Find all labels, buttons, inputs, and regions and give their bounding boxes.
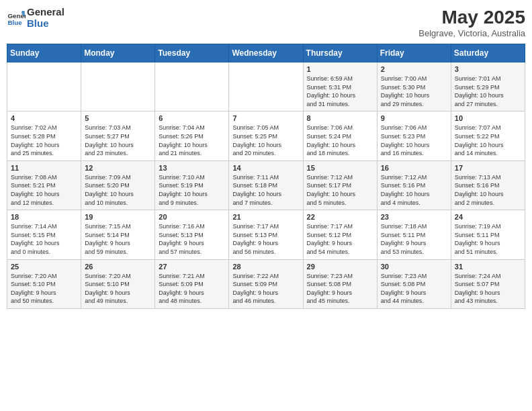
day-info: Sunrise: 7:23 AM Sunset: 5:08 PM Dayligh…: [307, 272, 373, 306]
day-cell: 13Sunrise: 7:10 AM Sunset: 5:19 PM Dayli…: [155, 161, 229, 210]
day-info: Sunrise: 7:02 AM Sunset: 5:28 PM Dayligh…: [11, 124, 77, 157]
day-number: 28: [232, 263, 299, 271]
day-cell: 7Sunrise: 7:05 AM Sunset: 5:25 PM Daylig…: [229, 111, 303, 161]
day-cell: 14Sunrise: 7:11 AM Sunset: 5:18 PM Dayli…: [229, 161, 303, 210]
day-info: Sunrise: 7:07 AM Sunset: 5:22 PM Dayligh…: [455, 124, 521, 157]
weekday-friday: Friday: [377, 44, 451, 62]
day-number: 29: [307, 263, 373, 271]
day-cell: 8Sunrise: 7:06 AM Sunset: 5:24 PM Daylig…: [303, 111, 377, 161]
day-cell: 21Sunrise: 7:17 AM Sunset: 5:13 PM Dayli…: [229, 210, 303, 259]
day-number: 15: [307, 164, 373, 172]
day-number: 11: [11, 164, 77, 172]
day-info: Sunrise: 6:59 AM Sunset: 5:31 PM Dayligh…: [307, 75, 373, 108]
day-cell: 17Sunrise: 7:13 AM Sunset: 5:16 PM Dayli…: [451, 161, 525, 210]
day-number: 20: [159, 213, 225, 221]
day-number: 12: [85, 164, 151, 172]
weekday-sunday: Sunday: [7, 44, 81, 62]
day-info: Sunrise: 7:17 AM Sunset: 5:13 PM Dayligh…: [232, 222, 299, 256]
day-number: 26: [85, 263, 151, 271]
week-row-3: 11Sunrise: 7:08 AM Sunset: 5:21 PM Dayli…: [7, 161, 525, 210]
logo-blue: Blue: [27, 18, 64, 30]
day-info: Sunrise: 7:11 AM Sunset: 5:18 PM Dayligh…: [232, 173, 299, 207]
day-number: 5: [85, 114, 151, 122]
day-cell: 1Sunrise: 6:59 AM Sunset: 5:31 PM Daylig…: [303, 62, 377, 111]
day-number: 13: [159, 164, 225, 172]
day-number: 30: [381, 263, 447, 271]
day-number: 2: [381, 65, 447, 73]
week-row-1: 1Sunrise: 6:59 AM Sunset: 5:31 PM Daylig…: [7, 62, 525, 111]
day-info: Sunrise: 7:05 AM Sunset: 5:25 PM Dayligh…: [232, 124, 299, 157]
day-cell: [7, 62, 81, 111]
day-cell: 25Sunrise: 7:20 AM Sunset: 5:10 PM Dayli…: [7, 259, 81, 308]
weekday-header-row: SundayMondayTuesdayWednesdayThursdayFrid…: [7, 44, 525, 62]
day-number: 4: [11, 114, 77, 122]
day-info: Sunrise: 7:24 AM Sunset: 5:07 PM Dayligh…: [455, 272, 521, 306]
day-info: Sunrise: 7:04 AM Sunset: 5:26 PM Dayligh…: [159, 124, 225, 157]
weekday-thursday: Thursday: [303, 44, 377, 62]
day-number: 19: [85, 213, 151, 221]
day-info: Sunrise: 7:14 AM Sunset: 5:15 PM Dayligh…: [11, 222, 77, 256]
day-info: Sunrise: 7:21 AM Sunset: 5:09 PM Dayligh…: [159, 272, 225, 306]
day-info: Sunrise: 7:15 AM Sunset: 5:14 PM Dayligh…: [85, 222, 151, 256]
day-cell: 23Sunrise: 7:18 AM Sunset: 5:11 PM Dayli…: [377, 210, 451, 259]
day-cell: 11Sunrise: 7:08 AM Sunset: 5:21 PM Dayli…: [7, 161, 81, 210]
day-number: 9: [381, 114, 447, 122]
day-number: 27: [159, 263, 225, 271]
day-info: Sunrise: 7:17 AM Sunset: 5:12 PM Dayligh…: [307, 222, 373, 256]
week-row-2: 4Sunrise: 7:02 AM Sunset: 5:28 PM Daylig…: [7, 111, 525, 161]
day-info: Sunrise: 7:22 AM Sunset: 5:09 PM Dayligh…: [232, 272, 299, 306]
day-cell: 30Sunrise: 7:23 AM Sunset: 5:08 PM Dayli…: [377, 259, 451, 308]
day-info: Sunrise: 7:09 AM Sunset: 5:20 PM Dayligh…: [85, 173, 151, 207]
day-info: Sunrise: 7:23 AM Sunset: 5:08 PM Dayligh…: [381, 272, 447, 306]
weekday-wednesday: Wednesday: [229, 44, 303, 62]
day-info: Sunrise: 7:20 AM Sunset: 5:10 PM Dayligh…: [11, 272, 77, 306]
week-row-4: 18Sunrise: 7:14 AM Sunset: 5:15 PM Dayli…: [7, 210, 525, 259]
logo-general: General: [27, 7, 64, 18]
weekday-monday: Monday: [81, 44, 155, 62]
day-info: Sunrise: 7:03 AM Sunset: 5:27 PM Dayligh…: [85, 124, 151, 157]
day-info: Sunrise: 7:13 AM Sunset: 5:16 PM Dayligh…: [455, 173, 521, 207]
day-info: Sunrise: 7:18 AM Sunset: 5:11 PM Dayligh…: [381, 222, 447, 256]
day-info: Sunrise: 7:06 AM Sunset: 5:23 PM Dayligh…: [381, 124, 447, 157]
day-info: Sunrise: 7:12 AM Sunset: 5:16 PM Dayligh…: [381, 173, 447, 207]
day-cell: 31Sunrise: 7:24 AM Sunset: 5:07 PM Dayli…: [451, 259, 525, 308]
day-info: Sunrise: 7:12 AM Sunset: 5:17 PM Dayligh…: [307, 173, 373, 207]
day-cell: [81, 62, 155, 111]
day-number: 8: [307, 114, 373, 122]
day-number: 21: [232, 213, 299, 221]
svg-text:Blue: Blue: [7, 18, 22, 26]
day-cell: 16Sunrise: 7:12 AM Sunset: 5:16 PM Dayli…: [377, 161, 451, 210]
day-cell: 27Sunrise: 7:21 AM Sunset: 5:09 PM Dayli…: [155, 259, 229, 308]
location: Belgrave, Victoria, Australia: [418, 28, 525, 38]
logo-icon: General Blue: [7, 9, 26, 28]
week-row-5: 25Sunrise: 7:20 AM Sunset: 5:10 PM Dayli…: [7, 259, 525, 308]
day-info: Sunrise: 7:16 AM Sunset: 5:13 PM Dayligh…: [159, 222, 225, 256]
day-number: 7: [232, 114, 299, 122]
day-cell: 3Sunrise: 7:01 AM Sunset: 5:29 PM Daylig…: [451, 62, 525, 111]
day-info: Sunrise: 7:06 AM Sunset: 5:24 PM Dayligh…: [307, 124, 373, 157]
day-number: 1: [307, 65, 373, 73]
day-number: 25: [11, 263, 77, 271]
calendar-page: General Blue General Blue May 2025 Belgr…: [7, 7, 525, 309]
weekday-saturday: Saturday: [451, 44, 525, 62]
day-cell: [155, 62, 229, 111]
day-info: Sunrise: 7:20 AM Sunset: 5:10 PM Dayligh…: [85, 272, 151, 306]
day-info: Sunrise: 7:01 AM Sunset: 5:29 PM Dayligh…: [455, 75, 521, 108]
weekday-tuesday: Tuesday: [155, 44, 229, 62]
day-cell: 5Sunrise: 7:03 AM Sunset: 5:27 PM Daylig…: [81, 111, 155, 161]
title-block: May 2025 Belgrave, Victoria, Australia: [418, 7, 525, 38]
day-number: 31: [455, 263, 521, 271]
day-cell: 29Sunrise: 7:23 AM Sunset: 5:08 PM Dayli…: [303, 259, 377, 308]
day-cell: 9Sunrise: 7:06 AM Sunset: 5:23 PM Daylig…: [377, 111, 451, 161]
day-cell: 19Sunrise: 7:15 AM Sunset: 5:14 PM Dayli…: [81, 210, 155, 259]
day-info: Sunrise: 7:19 AM Sunset: 5:11 PM Dayligh…: [455, 222, 521, 256]
day-info: Sunrise: 7:00 AM Sunset: 5:30 PM Dayligh…: [381, 75, 447, 108]
day-cell: 4Sunrise: 7:02 AM Sunset: 5:28 PM Daylig…: [7, 111, 81, 161]
day-cell: 2Sunrise: 7:00 AM Sunset: 5:30 PM Daylig…: [377, 62, 451, 111]
day-number: 14: [232, 164, 299, 172]
day-cell: 12Sunrise: 7:09 AM Sunset: 5:20 PM Dayli…: [81, 161, 155, 210]
day-cell: 28Sunrise: 7:22 AM Sunset: 5:09 PM Dayli…: [229, 259, 303, 308]
day-number: 22: [307, 213, 373, 221]
header: General Blue General Blue May 2025 Belgr…: [7, 7, 525, 38]
day-cell: 15Sunrise: 7:12 AM Sunset: 5:17 PM Dayli…: [303, 161, 377, 210]
